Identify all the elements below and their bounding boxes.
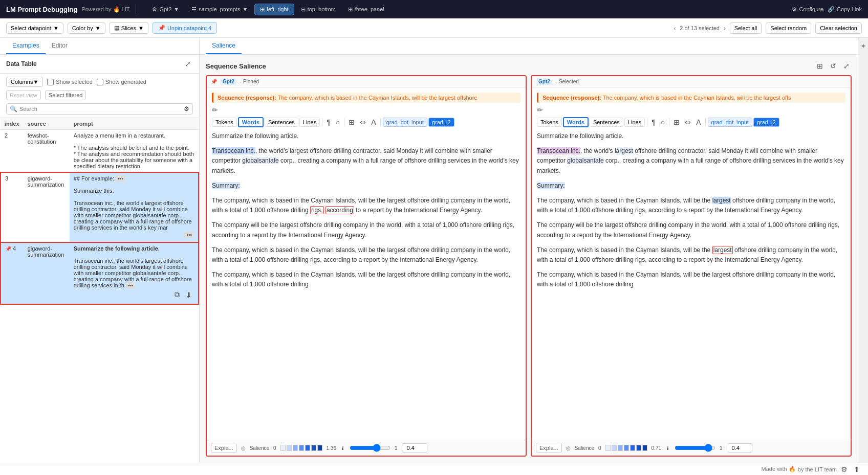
reset-view-button[interactable]: Reset view [6, 90, 41, 100]
sep2 [344, 118, 344, 126]
highlighted-largest-r: largest [615, 147, 633, 154]
grid-icon-right[interactable]: ⊞ [671, 117, 682, 127]
equal-icon-left[interactable]: ⇔ [358, 117, 368, 127]
row-more-button[interactable]: ••• [184, 232, 194, 238]
columns-button[interactable]: Columns▼ [6, 77, 43, 87]
download-row-button[interactable]: ⬇ [184, 289, 194, 300]
controls-row-2: Reset view Select filtered [6, 90, 193, 100]
tab-salience[interactable]: Salience [206, 38, 242, 54]
row-actions: ••• [74, 231, 194, 239]
grad-l2-right[interactable]: grad_l2 [753, 118, 779, 127]
show-selected-checkbox[interactable] [47, 79, 54, 85]
select-filtered-button[interactable]: Select filtered [45, 90, 86, 100]
select-all-button[interactable]: Select all [730, 22, 762, 34]
num-icon-left[interactable]: ¶ [324, 117, 333, 127]
highlighted-globalsantafe: globalsantafe [242, 157, 278, 164]
thermometer-icon-right: 🌡 [665, 445, 670, 451]
grad-l2-left[interactable]: grad_l2 [428, 118, 454, 127]
table-row[interactable]: 3 gigaword-summarization ## For example:… [1, 172, 199, 242]
search-row: 🔍 ⚙ [6, 103, 193, 115]
explain-button-right[interactable]: Expla... [536, 443, 562, 453]
tokens-btn-right[interactable]: Tokens [537, 118, 562, 127]
left-panel: Examples Editor Data Table ⤢ Columns▼ Sh… [0, 38, 200, 463]
sparkle-icon[interactable]: ✦ [860, 42, 866, 50]
lines-btn-left[interactable]: Lines [299, 118, 320, 127]
sentences-btn-left[interactable]: Sentences [265, 118, 298, 127]
copy-row-button[interactable]: ⧉ [172, 289, 182, 300]
grad-dot-input-left[interactable]: grad_dot_input [383, 118, 427, 127]
footer-github-icon[interactable]: ⬆ [852, 464, 862, 474]
search-icon: 🔍 [10, 105, 17, 112]
refresh-button[interactable]: ↺ [828, 61, 838, 71]
para1-right: Transocean inc., the world's largest off… [537, 146, 845, 176]
show-generated-checkbox[interactable] [97, 79, 103, 85]
powered-by: Powered by 🔥 LIT [81, 6, 129, 13]
explain-button-left[interactable]: Expla... [211, 443, 237, 453]
unpin-datapoint-button[interactable]: 📌Unpin datapoint 4 [153, 22, 217, 34]
color-by-button[interactable]: Color by▼ [68, 22, 105, 34]
configure-button[interactable]: ⚙Configure [792, 6, 823, 13]
dataset-tab[interactable]: ☰sample_prompts▼ [186, 4, 253, 15]
highlighted-transocean-r: Transocean inc. [537, 147, 580, 154]
salience-panel-content-left: Sequence (response): The company, which … [207, 87, 526, 440]
clear-selection-button[interactable]: Clear selection [815, 22, 862, 34]
expand-icon[interactable]: ⤢ [183, 59, 193, 69]
tokens-btn-left[interactable]: Tokens [212, 118, 237, 127]
salience-bottom-right: Expla... ◎ Salience 0 [532, 440, 851, 456]
ellipsis-button[interactable]: ••• [116, 175, 125, 182]
copy-link-button[interactable]: 🔗Copy Link [828, 6, 862, 13]
layout-left-right-tab[interactable]: ⊞left_right [254, 4, 294, 15]
edit-icon-left[interactable]: ✏ [212, 106, 218, 114]
slider-max-left: 1 [395, 445, 398, 451]
salience-val-right: 0 [598, 445, 601, 451]
circle-icon-right[interactable]: ○ [659, 117, 667, 127]
tab-editor[interactable]: Editor [46, 38, 74, 54]
data-table-title: Data Table [6, 60, 37, 67]
temp-input-left[interactable] [402, 443, 427, 453]
tab-examples[interactable]: Examples [6, 38, 46, 54]
grid-view-button[interactable]: ⊞ [815, 61, 825, 71]
equal-icon-right[interactable]: ⇔ [683, 117, 693, 127]
salience-slider-right[interactable] [675, 444, 715, 452]
search-input[interactable] [19, 106, 182, 112]
settings-icon[interactable]: ⚙ [184, 105, 189, 112]
panel-controls: Columns▼ Show selected Show generated Re… [0, 74, 199, 118]
row-index: 3 [1, 172, 24, 242]
grid-icon-left[interactable]: ⊞ [346, 117, 357, 127]
salience-label-right: Salience [575, 445, 594, 451]
model-tab-gpt2[interactable]: ⚙Gpt2▼ [146, 4, 185, 15]
sentences-btn-right[interactable]: Sentences [590, 118, 623, 127]
summary-label-left: Summary: [212, 181, 520, 191]
salience-text-left: Summarize the following article. Transoc… [212, 131, 520, 289]
row-actions: ⧉ ⬇ [74, 288, 194, 301]
select-datapoint-button[interactable]: Select datapoint▼ [6, 22, 63, 34]
salience-title: Sequence Salience [206, 62, 266, 70]
salience-val-left: 0 [273, 445, 276, 451]
table-row[interactable]: 📌 4 gigaword-summarization Summarize the… [1, 242, 199, 304]
para5-left: The company, which is based in the Cayma… [212, 270, 520, 289]
rigs-highlight: rigs, [310, 206, 324, 214]
layout-top-bottom-tab[interactable]: ⊟top_bottom [295, 4, 341, 15]
according-highlight: according [326, 206, 354, 214]
text-icon-right[interactable]: A [694, 117, 703, 127]
ellipsis-button[interactable]: ••• [126, 282, 136, 289]
slices-button[interactable]: ▤Slices▼ [110, 22, 148, 34]
lines-btn-right[interactable]: Lines [624, 118, 645, 127]
table-row[interactable]: 2 fewshot-constitution Analyze a menu it… [1, 130, 199, 173]
highlighted-transocean: Transocean inc. [212, 147, 255, 154]
words-btn-right[interactable]: Words [563, 117, 589, 127]
text-icon-left[interactable]: A [369, 117, 378, 127]
temp-input-right[interactable] [727, 443, 752, 453]
grad-dot-input-right[interactable]: grad_dot_input [708, 118, 752, 127]
words-btn-left[interactable]: Words [238, 117, 264, 127]
salience-panel-right: Gpt2 - Selected Sequence (response): The… [531, 75, 852, 457]
fullscreen-button[interactable]: ⤢ [841, 61, 852, 71]
controls-row-1: Columns▼ Show selected Show generated [6, 77, 193, 87]
salience-slider-left[interactable] [350, 444, 390, 452]
circle-icon-left[interactable]: ○ [334, 117, 342, 127]
select-random-button[interactable]: Select random [766, 22, 811, 34]
num-icon-right[interactable]: ¶ [649, 117, 658, 127]
edit-icon-right[interactable]: ✏ [537, 106, 543, 114]
footer-settings-icon[interactable]: ⚙ [839, 464, 850, 474]
layout-three-panel-tab[interactable]: ⊞three_panel [342, 4, 390, 15]
